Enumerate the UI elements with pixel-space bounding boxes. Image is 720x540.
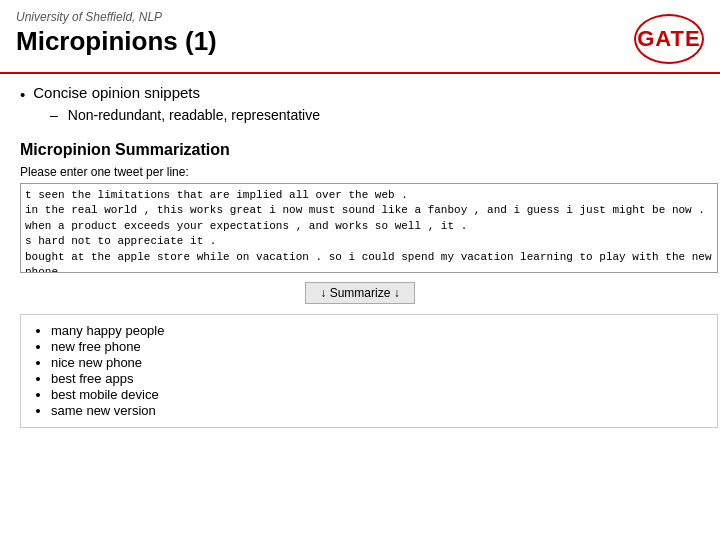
gate-logo: GATE	[634, 14, 704, 64]
list-item: best free apps	[51, 371, 705, 386]
list-item: many happy people	[51, 323, 705, 338]
gate-logo-text: GATE	[637, 26, 700, 52]
bullet-text-1: Concise opinion snippets	[33, 84, 200, 101]
page-title: Micropinions (1)	[16, 26, 217, 57]
list-item: new free phone	[51, 339, 705, 354]
summarize-row: ↓ Summarize ↓	[20, 282, 700, 304]
list-item: nice new phone	[51, 355, 705, 370]
results-list: many happy peoplenew free phonenice new …	[51, 323, 705, 418]
list-item: same new version	[51, 403, 705, 418]
sub-bullet-text-1: Non-redundant, readable, representative	[68, 107, 320, 123]
list-item: best mobile device	[51, 387, 705, 402]
results-box: many happy peoplenew free phonenice new …	[20, 314, 718, 428]
summarize-button[interactable]: ↓ Summarize ↓	[305, 282, 414, 304]
main-content: • Concise opinion snippets Non-redundant…	[0, 74, 720, 438]
bullet-icon: •	[20, 86, 25, 103]
section-title: Micropinion Summarization	[20, 141, 700, 159]
header-left: University of Sheffield, NLP Micropinion…	[16, 10, 217, 57]
tweet-input[interactable]	[20, 183, 718, 273]
bullet-point-1: • Concise opinion snippets	[20, 84, 700, 103]
instruction-text: Please enter one tweet per line:	[20, 165, 700, 179]
sub-bullet-1: Non-redundant, readable, representative	[50, 107, 700, 123]
page-header: University of Sheffield, NLP Micropinion…	[0, 0, 720, 64]
university-label: University of Sheffield, NLP	[16, 10, 217, 24]
